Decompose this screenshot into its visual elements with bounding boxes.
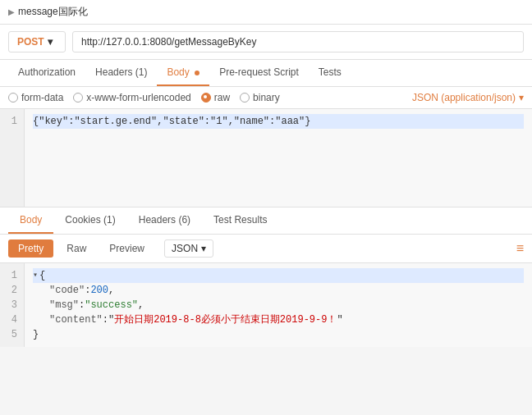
radio-urlencoded[interactable]: x-www-form-urlencoded — [73, 92, 190, 103]
tab-body-dot — [195, 71, 200, 75]
resp-comma-2: , — [108, 283, 114, 298]
resp-colon-2: : — [85, 283, 90, 298]
resp-colon-3: : — [79, 298, 85, 312]
request-line-numbers: 1 — [0, 109, 25, 207]
breadcrumb: ▶ message国际化 — [0, 0, 532, 25]
url-bar: POST ▾ — [0, 25, 532, 60]
url-input[interactable] — [72, 31, 524, 52]
tab-pre-request[interactable]: Pre-request Script — [209, 60, 309, 86]
response-line-numbers: 1 2 3 4 5 — [0, 263, 25, 347]
tab-headers-badge: (1) — [135, 66, 148, 78]
wrap-icon[interactable]: ≡ — [516, 241, 524, 256]
method-dropdown-arrow: ▾ — [48, 36, 53, 48]
response-code-content[interactable]: ▾ { "code" : 200 , "msg" : "success" , — [25, 263, 532, 347]
resp-brace-open: { — [39, 268, 45, 283]
radio-form-data-label: form-data — [21, 92, 63, 103]
resp-line-num-1: 1 — [7, 268, 17, 283]
resp-line-num-4: 4 — [7, 312, 17, 327]
resp-line-num-3: 3 — [7, 298, 17, 312]
method-button[interactable]: POST ▾ — [8, 31, 66, 52]
resp-val-code: 200 — [90, 283, 108, 298]
resp-quote-close: " — [337, 312, 342, 327]
resp-colon-4: : — [103, 312, 108, 327]
tab-body-label: Body — [167, 66, 189, 78]
resp-tab-cookies-label: Cookies — [65, 214, 100, 226]
response-toolbar: Pretty Raw Preview JSON ▾ ≡ — [0, 235, 532, 263]
tab-authorization[interactable]: Authorization — [8, 60, 85, 86]
resp-code-line-2: "code" : 200 , — [33, 283, 524, 298]
response-format-select[interactable]: JSON ▾ — [164, 239, 213, 258]
resp-tab-body[interactable]: Body — [8, 208, 53, 234]
tab-headers[interactable]: Headers (1) — [85, 60, 157, 86]
tab-authorization-label: Authorization — [18, 66, 76, 78]
radio-raw[interactable]: raw — [201, 92, 230, 103]
response-format-arrow: ▾ — [201, 243, 206, 254]
resp-code-line-5: } — [33, 327, 524, 342]
tab-tests-label: Tests — [319, 66, 342, 78]
tab-headers-label: Headers — [95, 66, 132, 78]
resp-comma-3: , — [138, 298, 144, 312]
response-section: Body Cookies (1) Headers (6) Test Result… — [0, 208, 532, 347]
format-arrow: ▾ — [519, 92, 524, 103]
breadcrumb-text: message国际化 — [18, 5, 88, 19]
resp-code-line-1: ▾ { — [33, 268, 524, 283]
resp-tab-headers-label: Headers — [139, 214, 176, 226]
radio-binary-label: binary — [253, 92, 280, 103]
request-code-text: {"key":"start.ge.end","state":"1","name"… — [33, 116, 310, 127]
resp-tab-headers[interactable]: Headers (6) — [127, 208, 202, 234]
request-line-num-1: 1 — [7, 114, 17, 129]
radio-raw-label: raw — [214, 92, 230, 103]
resp-tab-headers-badge: (6) — [178, 214, 190, 226]
response-code-area: 1 2 3 4 5 ▾ { "code" : 200 , "msg" — [0, 263, 532, 347]
request-code-content[interactable]: {"key":"start.ge.end","state":"1","name"… — [25, 109, 532, 207]
response-tabs-bar: Body Cookies (1) Headers (6) Test Result… — [0, 208, 532, 235]
radio-urlencoded-label: x-www-form-urlencoded — [86, 92, 190, 103]
radio-binary-circle — [240, 93, 250, 103]
radio-raw-circle — [201, 93, 211, 103]
tab-pre-request-label: Pre-request Script — [219, 66, 299, 78]
radio-urlencoded-circle — [73, 93, 83, 103]
request-code-line-1: {"key":"start.ge.end","state":"1","name"… — [33, 114, 524, 129]
resp-tab-cookies[interactable]: Cookies (1) — [53, 208, 126, 234]
radio-form-data-circle — [8, 93, 18, 103]
resp-tab-test-results-label: Test Results — [213, 214, 267, 226]
resp-quote-open: " — [108, 312, 114, 327]
radio-binary[interactable]: binary — [240, 92, 280, 103]
raw-button[interactable]: Raw — [57, 239, 96, 258]
response-format-label: JSON — [172, 243, 198, 254]
resp-tab-body-label: Body — [20, 214, 42, 226]
resp-code-line-3: "msg" : "success" , — [33, 298, 524, 312]
tab-body[interactable]: Body — [157, 60, 209, 86]
resp-tab-cookies-badge: (1) — [103, 214, 116, 226]
preview-button[interactable]: Preview — [99, 239, 154, 258]
resp-tab-test-results[interactable]: Test Results — [202, 208, 278, 234]
resp-line-num-2: 2 — [7, 283, 17, 298]
resp-key-msg: "msg" — [49, 298, 79, 312]
format-label: JSON (application/json) — [412, 92, 516, 103]
tab-tests[interactable]: Tests — [309, 60, 351, 86]
request-code-editor: 1 {"key":"start.ge.end","state":"1","nam… — [0, 109, 532, 208]
resp-brace-close: } — [33, 327, 39, 342]
format-select[interactable]: JSON (application/json) ▾ — [412, 92, 524, 103]
request-tabs-bar: Authorization Headers (1) Body Pre-reque… — [0, 60, 532, 87]
body-options-bar: form-data x-www-form-urlencoded raw bina… — [0, 87, 532, 109]
breadcrumb-arrow: ▶ — [8, 7, 15, 16]
resp-line-num-5: 5 — [7, 327, 17, 342]
resp-key-code: "code" — [49, 283, 85, 298]
radio-form-data[interactable]: form-data — [8, 92, 63, 103]
resp-code-line-4: "content" : "开始日期2019-8-8必须小于结束日期2019-9-… — [33, 312, 524, 327]
collapse-arrow[interactable]: ▾ — [33, 268, 38, 283]
resp-key-content: "content" — [49, 312, 103, 327]
resp-val-msg: "success" — [85, 298, 138, 312]
resp-val-content: 开始日期2019-8-8必须小于结束日期2019-9-9！ — [114, 312, 337, 327]
method-text: POST — [17, 36, 44, 48]
pretty-button[interactable]: Pretty — [8, 239, 53, 258]
